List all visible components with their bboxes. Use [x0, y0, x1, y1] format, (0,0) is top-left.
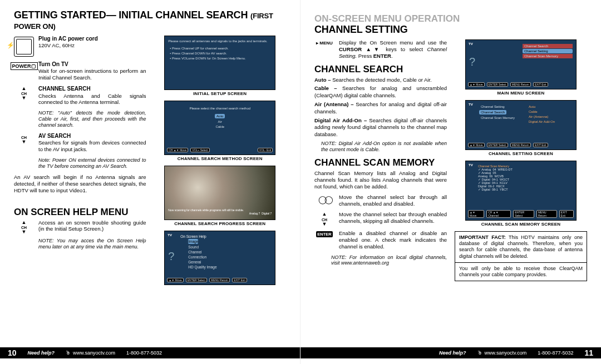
- auto-line: Auto – Searches the detected mode, Cable…: [314, 77, 447, 84]
- enter-body: Enable a disabled channel or disable an …: [339, 230, 447, 250]
- main-menu-caption: MAIN MENU SCREEN: [455, 91, 587, 96]
- page-10: GETTING STARTED— INITIAL CHANNEL SEARCH …: [0, 0, 300, 364]
- setting-screenshot: TV Channel Setting Channel Search Channe…: [465, 100, 577, 150]
- pre-title: ON-SCREEN MENU OPERATION: [314, 13, 587, 24]
- page-number: 11: [584, 348, 593, 357]
- addon-note: NOTE: Digital Air Add-On option is not a…: [321, 141, 447, 153]
- help-title: ON SCREEN HELP MENU: [14, 207, 146, 218]
- plug-sub: 120V AC, 60Hz: [38, 42, 75, 48]
- menu-icon: ▸ MENU: [316, 41, 333, 46]
- turn-on-title: Turn On TV: [38, 61, 146, 68]
- search-progress-caption: CHANNEL SEARCH PROGRESS SCREEN: [154, 221, 287, 226]
- footer-url: www.sanyoctv.com: [66, 350, 115, 356]
- av-search-note: Note: Power ON external devices connecte…: [38, 157, 146, 169]
- air-line: Air (Antenna) – Searches for analog and …: [314, 101, 447, 116]
- page-title: CHANNEL SETTING: [314, 24, 587, 35]
- page-title: GETTING STARTED— INITIAL CHANNEL SEARCH …: [14, 10, 286, 31]
- eyes2: Move the channel select bar through enab…: [339, 211, 447, 226]
- page-number: 10: [8, 348, 17, 357]
- footer-phone: 1-800-877-5032: [126, 350, 162, 356]
- footer-right: Need help? www.sanyoctv.com 1-800-877-50…: [300, 347, 601, 358]
- plug-icon: [14, 37, 34, 57]
- scanmem-title: CHANNEL SCAN MEMORY: [314, 157, 447, 168]
- scanmem-screenshot: TV Channel Scan Memory ✓ Analog 04 WREG-…: [465, 161, 577, 221]
- footer-url: www.sanyoctv.com: [477, 350, 527, 356]
- search-method-screenshot: Please select the channel search method …: [164, 101, 275, 155]
- cable-line: Cable – Searches for analog and unscramb…: [314, 85, 447, 99]
- addon-line: Digital Air Add-On – Searches digital of…: [314, 117, 447, 138]
- setting-caption: CHANNEL SETTING SCREEN: [455, 151, 587, 156]
- ch-up-down-icon: ▲CH▼: [17, 87, 31, 100]
- need-help-label: Need help?: [28, 350, 55, 356]
- ch-search-title: CHANNEL SEARCH: [38, 86, 146, 93]
- initial-setup-screenshot: Please connect all antennas and signals …: [164, 36, 275, 90]
- search-method-caption: CHANNEL SEARCH METHOD SCREEN: [154, 156, 287, 161]
- scanmem-intro: Channel Scan Memory lists all Analog and…: [314, 170, 447, 191]
- turn-on-body: Wait for on-screen instructions to perfo…: [38, 68, 146, 81]
- help-screenshot: TV ? On Screen Help Image Sound Channel …: [164, 231, 275, 285]
- main-menu-screenshot: TV? Channel Search Channel Setting Chann…: [465, 39, 577, 89]
- av-paragraph: An AV search will begin if no Antenna si…: [14, 174, 146, 195]
- footer-left: 10 Need help? www.sanyoctv.com 1-800-877…: [0, 347, 300, 358]
- enter-icon: ENTER: [316, 231, 332, 237]
- important-fact-box: IMPORTANT FACT: This HDTV maintains only…: [455, 231, 587, 282]
- power-icon: POWER▢: [11, 62, 38, 70]
- plug-title: Plug in AC power cord: [38, 36, 146, 43]
- ch-search-note: NOTE: "Auto" detects the mode detection,…: [38, 110, 146, 128]
- help-note: NOTE: You may acces the On Screen Help m…: [38, 238, 146, 250]
- need-help-label: Need help?: [439, 350, 466, 356]
- ch-search-title: CHANNEL SEARCH: [314, 64, 447, 75]
- title-main: GETTING STARTED— INITIAL CHANNEL SEARCH: [14, 9, 248, 21]
- ch-search-body: Checks Antenna and Cable signals connect…: [38, 93, 146, 106]
- eyes1: Move the channel select bar through all …: [339, 194, 447, 207]
- help-body: Access an on screen trouble shooting gui…: [38, 220, 146, 234]
- search-progress-screenshot: Now scanning for channels while programs…: [164, 166, 275, 220]
- initial-setup-caption: INITIAL SETUP SCREEN: [154, 91, 287, 96]
- footer-phone: 1-800-877-5032: [538, 350, 573, 356]
- scan-note: NOTE: For information on local digital c…: [331, 255, 447, 267]
- scanmem-caption: CHANNEL SCAN MEMORY SCREEN: [455, 222, 587, 227]
- ch-icon: ▲CH▼: [17, 221, 31, 234]
- menu-instruction: Display the On Screen menu and use the C…: [339, 39, 447, 59]
- av-search-title: AV SEARCH: [38, 133, 146, 140]
- av-search-body: Searches for signals from devices connec…: [38, 139, 146, 152]
- eyes-icon: ◯◯: [318, 195, 331, 204]
- ch-icon: ▲CH▼: [317, 212, 332, 226]
- page-11: ON-SCREEN MENU OPERATION CHANNEL SETTING…: [300, 0, 601, 364]
- ch-icon: CH▼: [17, 134, 31, 143]
